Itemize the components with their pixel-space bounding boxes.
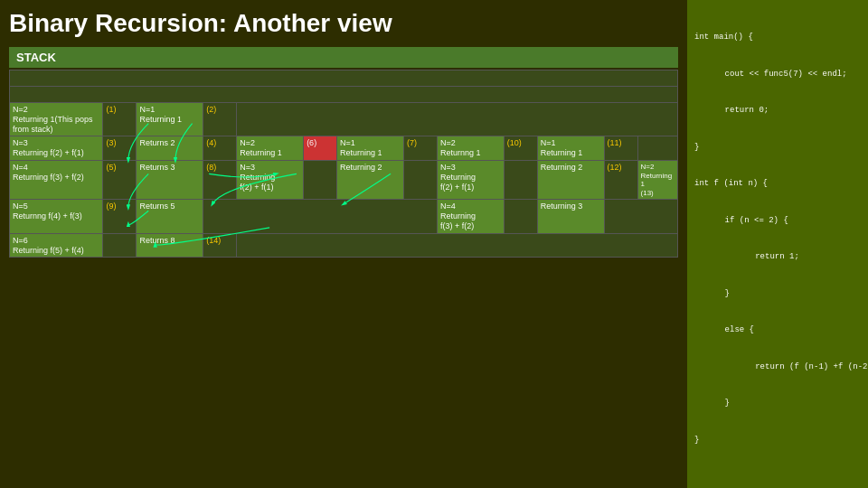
code-line: return 0; <box>705 105 861 117</box>
table-row: N=2Returning 1(This pops from stack) (1)… <box>10 103 678 136</box>
code-line: if (n <= 2) { <box>705 215 861 228</box>
code-line: else { <box>705 324 861 337</box>
code-line: } <box>694 435 861 447</box>
code-line: } <box>705 398 861 410</box>
page-title: Binary Recursion: Another view <box>9 9 678 38</box>
stack-grid: N=2Returning 1(This pops from stack) (1)… <box>9 70 678 258</box>
code-line: return (f (n-1) +f (n-2)); <box>716 361 861 374</box>
stack-header: STACK <box>9 47 678 68</box>
table-row: N=3Returning f(2) + f(1) (3) Returns 2 (… <box>10 136 678 161</box>
code-line: return 1; <box>716 251 861 264</box>
table-row: N=4Returning f(3) + f(2) (5) Returns 3 (… <box>10 160 678 199</box>
table-row <box>10 87 678 103</box>
code-line: cout << func5(7) << endl; <box>705 69 861 81</box>
table-row: N=5Returnng f(4) + f(3) (9) Returns 5 N=… <box>10 200 678 233</box>
code-line: int main() { <box>694 32 861 44</box>
table-row <box>10 70 678 87</box>
code-display: int main() { cout << func5(7) << endl; r… <box>694 7 861 471</box>
code-line: int f (int n) { <box>694 178 861 191</box>
code-line: } <box>694 142 861 155</box>
code-line: } <box>705 288 861 301</box>
table-row: N=6Returning f(5) + f(4) Returns 8 (14) <box>10 233 678 258</box>
left-panel: Binary Recursion: Another view STACK <box>0 0 687 488</box>
right-panel: int main() { cout << func5(7) << endl; r… <box>687 0 868 488</box>
main-container: Binary Recursion: Another view STACK <box>0 0 868 488</box>
